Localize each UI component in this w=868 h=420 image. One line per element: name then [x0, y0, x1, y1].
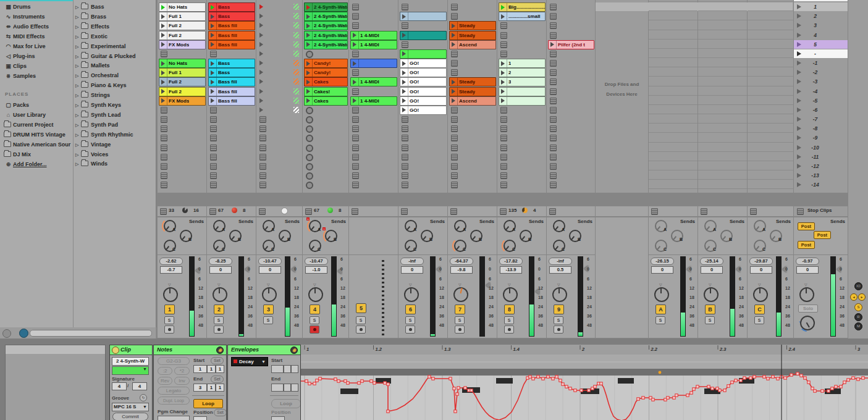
clip-slot[interactable] — [304, 115, 347, 123]
browser-folder-voices[interactable]: ▷Voices — [74, 150, 155, 159]
clip-slot[interactable] — [208, 133, 254, 141]
clip-slot[interactable] — [304, 180, 347, 188]
envelope-breakpoint-handle[interactable] — [723, 389, 726, 392]
clip-stop-button[interactable] — [402, 135, 408, 141]
clip-slot[interactable] — [499, 115, 544, 123]
volume-field[interactable]: -1.0 — [305, 266, 327, 274]
clip-stop-button[interactable] — [259, 116, 266, 123]
clip-stop-button[interactable] — [210, 172, 217, 179]
clip-record-button[interactable] — [306, 125, 313, 133]
clip-launch-icon[interactable] — [501, 70, 505, 75]
clip-slot[interactable] — [548, 162, 593, 170]
clip-stop-button[interactable] — [451, 172, 458, 179]
clip-stop-button[interactable] — [500, 135, 507, 141]
scene--2[interactable]: -2 — [794, 68, 848, 77]
clip-slot[interactable] — [258, 171, 300, 179]
peak-level-field[interactable]: -inf — [549, 258, 572, 265]
sidebar-item-samples[interactable]: ⧻Samples — [0, 72, 73, 81]
envelope-breakpoint-handle[interactable] — [675, 394, 678, 397]
clip-stop-button[interactable] — [550, 154, 557, 161]
clip[interactable]: Ascend — [449, 96, 496, 106]
volume-field[interactable]: -0.7 — [160, 266, 182, 274]
clip[interactable]: Full 2 — [159, 31, 206, 40]
clip-slot[interactable] — [499, 31, 544, 39]
stop-all-track-clips-button[interactable] — [750, 208, 757, 215]
browser-folder-synth-lead[interactable]: ▷Synth Lead — [74, 111, 155, 120]
envelope-breakpoint-handle[interactable] — [358, 382, 360, 384]
clip-stop-button[interactable] — [352, 13, 359, 20]
disclosure-triangle-icon[interactable]: ▷ — [75, 32, 81, 41]
clip-slot[interactable] — [499, 106, 544, 114]
clip-slot[interactable] — [548, 12, 593, 20]
clip-slot[interactable] — [258, 12, 300, 20]
volume-field[interactable]: 0 — [651, 266, 673, 274]
clip-stop-button[interactable] — [550, 116, 557, 123]
clip-launch-icon[interactable] — [161, 23, 165, 28]
clip[interactable]: 1 4-MIDI — [350, 31, 397, 40]
browser-folder-guitar-plucked[interactable]: ▷Guitar & Plucked — [74, 52, 155, 61]
clip-stop-button[interactable] — [402, 145, 408, 151]
disclosure-triangle-icon[interactable]: ▷ — [75, 52, 81, 61]
clip-record-button[interactable] — [306, 51, 313, 58]
clip[interactable]: 2 4-Synth-Water — [304, 31, 348, 40]
sidebar-place-add-folder-[interactable]: ⊕Add Folder... — [0, 160, 73, 169]
envelope-breakpoint-handle[interactable] — [457, 387, 460, 389]
locator-marker-icon[interactable] — [659, 371, 662, 374]
clip-slot[interactable] — [304, 153, 347, 161]
pan-knob[interactable] — [213, 287, 227, 302]
clip[interactable]: Pilfer (2nd t — [548, 40, 594, 49]
clip-slot[interactable] — [208, 115, 254, 123]
browser-zoom-icon[interactable] — [2, 329, 11, 338]
clip-slot[interactable] — [499, 49, 544, 57]
browser-folder-experimental[interactable]: ▷Experimental — [74, 42, 155, 51]
envelope-breakpoint-handle[interactable] — [347, 382, 349, 384]
envelope-breakpoint-handle[interactable] — [804, 377, 806, 379]
clip-launch-icon[interactable] — [211, 98, 214, 103]
clip-launch-icon[interactable] — [306, 42, 310, 47]
browser-folder-synth-rhythmic[interactable]: ▷Synth Rhythmic — [74, 130, 155, 140]
notes-start-set-button[interactable]: Set — [211, 357, 224, 364]
clip-slot[interactable] — [548, 68, 593, 76]
solo-button[interactable]: S — [164, 316, 174, 324]
clip-stop-button[interactable] — [352, 182, 359, 188]
solo-button[interactable]: S — [405, 316, 415, 324]
clip-slot[interactable] — [400, 124, 445, 132]
clip-stop-button[interactable] — [451, 182, 458, 188]
env-end-bar-field[interactable] — [271, 384, 284, 392]
clip-stop-button[interactable] — [161, 182, 167, 188]
browser-folder-piano-keys[interactable]: ▷Piano & Keys — [74, 81, 155, 90]
clip-slot[interactable] — [350, 162, 396, 170]
notes-start-sixteenth-field[interactable]: 1 — [216, 365, 224, 373]
clip-launch-icon[interactable] — [501, 14, 505, 19]
clip-stop-button[interactable] — [550, 107, 557, 114]
track-activator-button[interactable]: A — [655, 304, 666, 314]
clip-stop-button[interactable] — [550, 4, 557, 10]
clip-stop-button[interactable] — [451, 154, 458, 161]
clip[interactable]: FX Mods — [159, 96, 206, 106]
clip-stop-button[interactable] — [210, 154, 217, 161]
clip-slot[interactable] — [400, 143, 445, 151]
envelope-breakpoint-handle[interactable] — [718, 389, 721, 392]
sidebar-place-current-project[interactable]: Current Project — [0, 120, 73, 130]
scene--5[interactable]: -5 — [794, 96, 848, 105]
track-activator-button[interactable]: 3 — [263, 304, 274, 314]
peak-level-field[interactable]: -17.82 — [499, 258, 523, 265]
envelope-breakpoint-handle[interactable] — [308, 382, 311, 385]
clip-record-button[interactable] — [306, 172, 313, 180]
clip-stop-button[interactable] — [550, 135, 557, 141]
clip[interactable]: Candy! — [304, 59, 348, 68]
notes-start-beat-field[interactable]: 1 — [207, 365, 216, 373]
clip-stop-button[interactable] — [500, 125, 507, 132]
envelope-breakpoint-handle[interactable] — [772, 376, 774, 378]
clip-stop-button[interactable] — [402, 41, 408, 48]
clip-launch-icon[interactable] — [211, 61, 214, 66]
envelope-breakpoint-handle[interactable] — [731, 381, 733, 384]
stop-all-track-clips-button[interactable] — [401, 208, 408, 215]
clip-stop-button[interactable] — [402, 163, 408, 170]
clip-stop-button[interactable] — [550, 88, 557, 95]
clip-launch-icon[interactable] — [402, 33, 406, 38]
stop-all-track-clips-button[interactable] — [160, 208, 167, 215]
clip-slot[interactable] — [208, 162, 254, 170]
volume-field[interactable]: -13.9 — [500, 266, 522, 274]
clip-launch-icon[interactable] — [161, 61, 165, 66]
